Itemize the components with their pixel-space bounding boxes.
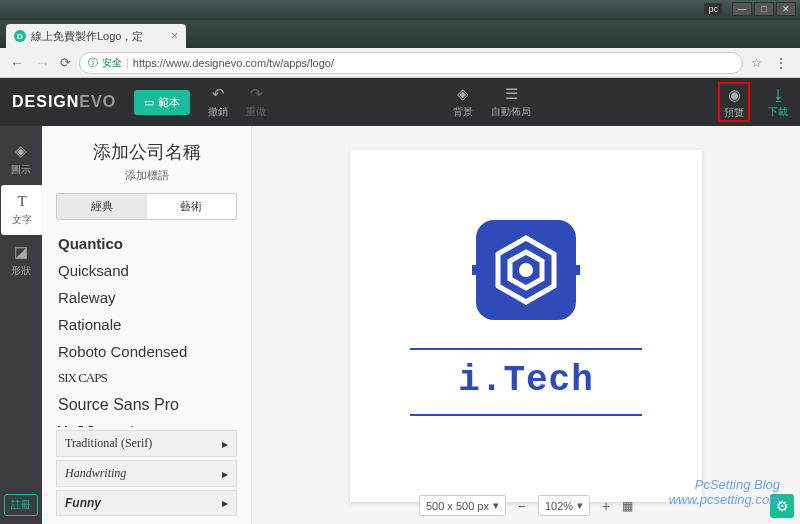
tab-close-icon[interactable]: × bbox=[171, 29, 178, 43]
autolayout-button[interactable]: ☰ 自動佈局 bbox=[491, 85, 531, 119]
preview-button[interactable]: ◉ 預覽 bbox=[724, 86, 744, 120]
logo-text[interactable]: i.Tech bbox=[458, 360, 594, 401]
chevron-down-icon: ▾ bbox=[577, 499, 583, 512]
address-bar: ← → ⟳ ⓘ 安全 | https://www.designevo.com/t… bbox=[0, 48, 800, 78]
app-topbar: DESIGNEVO ▭ 範本 ↶ 撤銷 ↷ 重做 ◈ 背景 ☰ 自動佈局 ◉ 預… bbox=[0, 78, 800, 126]
font-item[interactable]: Roboto Condensed bbox=[56, 338, 237, 365]
back-button[interactable]: ← bbox=[8, 55, 26, 71]
rail-item-icons[interactable]: ◈ 圖示 bbox=[0, 134, 42, 185]
font-list[interactable]: Quantico Quicksand Raleway Rationale Rob… bbox=[56, 230, 237, 427]
favicon-icon: D bbox=[14, 30, 26, 42]
eye-icon: ◉ bbox=[728, 86, 741, 104]
grid-toggle-icon[interactable]: ▦ bbox=[622, 499, 633, 513]
font-item[interactable]: Six Caps bbox=[56, 365, 237, 391]
register-button[interactable]: 註冊 bbox=[4, 494, 38, 516]
chevron-right-icon: ▸ bbox=[222, 496, 228, 510]
download-icon: ⭳ bbox=[771, 86, 786, 103]
text-icon: T bbox=[17, 193, 26, 210]
diamond-icon: ◈ bbox=[15, 142, 27, 160]
browser-menu-icon[interactable]: ⋮ bbox=[770, 55, 792, 71]
category-handwriting[interactable]: Handwriting ▸ bbox=[56, 460, 237, 487]
window-titlebar: pc — □ ✕ bbox=[0, 0, 800, 20]
undo-button[interactable]: ↶ 撤銷 bbox=[208, 85, 228, 119]
secure-label: 安全 bbox=[102, 56, 122, 70]
font-item[interactable]: Wallpoet bbox=[56, 419, 237, 427]
category-traditional[interactable]: Traditional (Serif) ▸ bbox=[56, 430, 237, 457]
canvas-controls: 500 x 500 px ▾ − 102% ▾ + ▦ bbox=[419, 495, 633, 516]
layout-icon: ☰ bbox=[505, 85, 518, 103]
redo-icon: ↷ bbox=[250, 85, 263, 103]
svg-point-3 bbox=[519, 263, 533, 277]
font-item[interactable]: Quantico bbox=[56, 230, 237, 257]
canvas-area[interactable]: i.Tech 500 x 500 px ▾ − 102% ▾ + ▦ ⚙ bbox=[252, 126, 800, 524]
pc-badge: pc bbox=[704, 3, 722, 15]
svg-rect-4 bbox=[472, 265, 484, 275]
left-rail: ◈ 圖示 T 文字 ◪ 形狀 註冊 bbox=[0, 126, 42, 524]
forward-button[interactable]: → bbox=[34, 55, 52, 71]
tab-title: 線上免費製作Logo，定 bbox=[31, 29, 166, 44]
font-item[interactable]: Quicksand bbox=[56, 257, 237, 284]
category-funny[interactable]: Funny ▸ bbox=[56, 490, 237, 516]
tab-classic[interactable]: 經典 bbox=[57, 194, 147, 219]
canvas-size-selector[interactable]: 500 x 500 px ▾ bbox=[419, 495, 506, 516]
font-item[interactable]: Rationale bbox=[56, 311, 237, 338]
font-category-tabs: 經典 藝術 bbox=[56, 193, 237, 220]
window-maximize-button[interactable]: □ bbox=[754, 2, 774, 16]
browser-tab-strip: D 線上免費製作Logo，定 × bbox=[0, 20, 800, 48]
add-slogan[interactable]: 添加標語 bbox=[56, 168, 237, 183]
zoom-level[interactable]: 102% ▾ bbox=[538, 495, 590, 516]
template-button[interactable]: ▭ 範本 bbox=[134, 90, 190, 115]
chevron-down-icon: ▾ bbox=[493, 499, 499, 512]
logo-canvas[interactable]: i.Tech bbox=[350, 150, 702, 502]
window-close-button[interactable]: ✕ bbox=[776, 2, 796, 16]
window-minimize-button[interactable]: — bbox=[732, 2, 752, 16]
background-button[interactable]: ◈ 背景 bbox=[453, 85, 473, 119]
download-button[interactable]: ⭳ 下載 bbox=[768, 86, 788, 119]
font-item[interactable]: Source Sans Pro bbox=[56, 391, 237, 419]
lock-icon: ⓘ bbox=[88, 56, 98, 70]
zoom-out-button[interactable]: − bbox=[514, 498, 530, 514]
main-area: ◈ 圖示 T 文字 ◪ 形狀 註冊 添加公司名稱 添加標語 經典 藝術 Quan… bbox=[0, 126, 800, 524]
reload-button[interactable]: ⟳ bbox=[60, 55, 71, 70]
template-icon: ▭ bbox=[144, 96, 154, 109]
droplet-icon: ◈ bbox=[457, 85, 469, 103]
logo-line-top bbox=[410, 348, 642, 350]
rail-item-shapes[interactable]: ◪ 形狀 bbox=[0, 235, 42, 286]
left-panel: 添加公司名稱 添加標語 經典 藝術 Quantico Quicksand Ral… bbox=[42, 126, 252, 524]
brand-logo[interactable]: DESIGNEVO bbox=[12, 93, 116, 111]
chevron-right-icon: ▸ bbox=[222, 467, 228, 481]
zoom-in-button[interactable]: + bbox=[598, 498, 614, 514]
bookmark-star-icon[interactable]: ☆ bbox=[751, 56, 762, 70]
url-field[interactable]: ⓘ 安全 | https://www.designevo.com/tw/apps… bbox=[79, 52, 743, 74]
rail-item-text[interactable]: T 文字 bbox=[1, 185, 43, 235]
add-company-name[interactable]: 添加公司名稱 bbox=[56, 140, 237, 164]
shapes-icon: ◪ bbox=[14, 243, 28, 261]
highlight-annotation: ◉ 預覽 bbox=[718, 82, 750, 122]
logo-line-bottom bbox=[410, 414, 642, 416]
font-item[interactable]: Raleway bbox=[56, 284, 237, 311]
redo-button[interactable]: ↷ 重做 bbox=[246, 85, 266, 119]
logo-mark[interactable] bbox=[466, 210, 586, 330]
tab-art[interactable]: 藝術 bbox=[147, 194, 237, 219]
watermark: PcSetting Blog www.pcsetting.com bbox=[669, 477, 780, 508]
browser-tab[interactable]: D 線上免費製作Logo，定 × bbox=[6, 24, 186, 48]
url-text: https://www.designevo.com/tw/apps/logo/ bbox=[133, 57, 334, 69]
svg-rect-5 bbox=[568, 265, 580, 275]
undo-icon: ↶ bbox=[212, 85, 225, 103]
chevron-right-icon: ▸ bbox=[222, 437, 228, 451]
